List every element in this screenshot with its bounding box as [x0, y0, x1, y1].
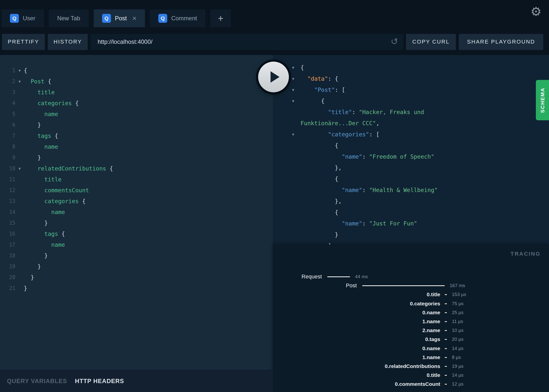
code-text[interactable]: { — [301, 209, 338, 216]
query-editor-line[interactable]: 17 name — [0, 239, 273, 250]
code-text[interactable]: Funktionäre...Der CCC", — [301, 120, 380, 126]
query-editor-line[interactable]: 11 title — [0, 174, 273, 185]
code-text[interactable]: name — [24, 209, 65, 215]
code-text[interactable]: } — [24, 274, 34, 281]
query-editor-line[interactable]: 10▾ relatedContributions { — [0, 163, 273, 174]
query-editor-line[interactable]: 20 } — [0, 272, 273, 283]
code-token — [24, 111, 44, 117]
reload-schema-icon[interactable]: ↺ — [391, 36, 398, 47]
fold-arrow-icon[interactable]: ▾ — [15, 166, 24, 171]
query-editor-line[interactable]: 14 name — [0, 207, 273, 218]
code-text[interactable]: { — [24, 67, 27, 74]
query-editor-pane[interactable]: 1▾{2▾ Post {3 title4 categories {5 name6… — [0, 55, 273, 370]
code-text[interactable]: relatedContributions { — [24, 165, 113, 172]
query-editor-line[interactable]: 2▾ Post { — [0, 76, 273, 87]
code-text[interactable]: ] — [301, 243, 331, 245]
code-text[interactable]: tags { — [24, 231, 65, 237]
duration-bar — [445, 384, 447, 385]
tab-new-tab[interactable]: New Tab — [49, 9, 89, 27]
fold-arrow-icon[interactable]: ▾ — [292, 65, 294, 70]
query-editor-line[interactable]: 13 categories { — [0, 196, 273, 207]
code-token: : — [362, 220, 369, 227]
code-text[interactable]: { — [301, 142, 338, 149]
code-text[interactable]: } — [24, 122, 41, 128]
query-editor-line[interactable]: 3 title — [0, 87, 273, 98]
fold-arrow-icon[interactable]: ▾ — [15, 79, 24, 84]
code-text[interactable]: "title": "Hacker, Freaks und — [301, 109, 424, 115]
code-text[interactable]: } — [24, 285, 27, 292]
query-editor-line[interactable]: 21} — [0, 283, 273, 294]
endpoint-url-input[interactable] — [98, 38, 372, 45]
query-editor-line[interactable]: 8 name — [0, 141, 273, 152]
code-text[interactable]: categories { — [24, 100, 79, 106]
code-text[interactable]: { — [301, 176, 338, 182]
query-editor-line[interactable]: 18 } — [0, 250, 273, 261]
query-editor-line[interactable]: 19 } — [0, 261, 273, 272]
tab-comment[interactable]: QComment — [150, 9, 205, 27]
duration-bar — [445, 375, 447, 376]
code-text[interactable]: "name": "Freedom of Speech" — [301, 153, 434, 160]
code-text[interactable]: } — [24, 220, 48, 226]
code-token: "Hacker, Freaks und — [359, 109, 424, 115]
code-text[interactable]: } — [24, 252, 48, 259]
response-line: "name": "Freedom of Speech" — [273, 151, 549, 162]
code-text[interactable]: }, — [301, 198, 342, 204]
code-text[interactable]: "data": { — [301, 75, 338, 82]
history-button[interactable]: HISTORY — [48, 34, 88, 50]
query-editor-line[interactable]: 7 tags { — [0, 130, 273, 141]
code-token: "Health & Wellbeing" — [369, 187, 438, 193]
fold-arrow-icon[interactable]: ▾ — [15, 68, 24, 73]
settings-gear-icon[interactable]: ⚙ — [530, 5, 542, 18]
code-text[interactable]: name — [24, 242, 65, 248]
share-playground-button[interactable]: SHARE PLAYGROUND — [459, 34, 543, 50]
code-text[interactable]: title — [24, 89, 55, 96]
tab-post[interactable]: QPost× — [94, 9, 145, 27]
query-editor-line[interactable]: 1▾{ — [0, 65, 273, 76]
query-variables-toggle[interactable]: QUERY VARIABLES — [7, 378, 67, 385]
fold-arrow-icon[interactable]: ▾ — [292, 98, 294, 103]
query-editor-line[interactable]: 4 categories { — [0, 98, 273, 109]
code-text[interactable]: }, — [301, 165, 342, 171]
code-text[interactable]: "name": "Just For Fun" — [301, 220, 417, 227]
query-editor-line[interactable]: 6 } — [0, 120, 273, 130]
tracing-panel-toggle[interactable]: TRACING — [511, 251, 541, 257]
top-bar: QUserNew TabQPost×QComment+ ⚙ — [0, 0, 549, 34]
query-editor-line[interactable]: 12 commentsCount — [0, 185, 273, 196]
tracing-row-time: 10 µs — [452, 328, 464, 333]
prettify-button[interactable]: PRETTIFY — [2, 34, 45, 50]
code-text[interactable]: categories { — [24, 198, 85, 204]
code-text[interactable]: "name": "Health & Wellbeing" — [301, 187, 438, 193]
code-text[interactable]: commentsCount — [24, 187, 89, 194]
tab-label: Post — [115, 15, 127, 22]
code-text[interactable]: name — [24, 111, 58, 117]
code-text[interactable]: { — [301, 98, 325, 104]
code-text[interactable]: Post { — [24, 78, 51, 85]
query-editor-line[interactable]: 16 tags { — [0, 228, 273, 239]
fold-arrow-icon[interactable]: ▾ — [292, 87, 294, 92]
code-text[interactable]: "Post": [ — [301, 87, 345, 93]
http-headers-toggle[interactable]: HTTP HEADERS — [75, 378, 124, 385]
new-tab-button[interactable]: + — [210, 9, 231, 27]
code-text[interactable]: { — [301, 64, 304, 71]
code-text[interactable]: } — [24, 154, 41, 161]
code-text[interactable]: name — [24, 144, 58, 150]
code-token: : — [352, 109, 359, 115]
code-text[interactable]: } — [24, 263, 41, 270]
code-text[interactable]: title — [24, 176, 61, 183]
code-text[interactable]: } — [301, 231, 338, 238]
fold-arrow-icon[interactable]: ▾ — [292, 76, 294, 81]
query-editor-line[interactable]: 5 name — [0, 109, 273, 120]
query-editor-line[interactable]: 9 } — [0, 152, 273, 163]
tab-user[interactable]: QUser — [1, 9, 44, 27]
code-text[interactable]: tags { — [24, 133, 58, 139]
execute-query-button[interactable] — [258, 62, 289, 92]
copy-curl-button[interactable]: COPY CURL — [406, 34, 456, 50]
tab-close-icon[interactable]: × — [132, 15, 137, 22]
code-text[interactable]: "categories": [ — [301, 131, 380, 138]
schema-side-tab[interactable]: SCHEMA — [536, 80, 549, 120]
code-token — [301, 220, 342, 227]
query-editor-line[interactable]: 15 } — [0, 218, 273, 228]
fold-arrow-icon[interactable]: ▾ — [292, 132, 294, 137]
code-token: }, — [301, 198, 342, 204]
tracing-row-time: 12 µs — [452, 381, 464, 387]
